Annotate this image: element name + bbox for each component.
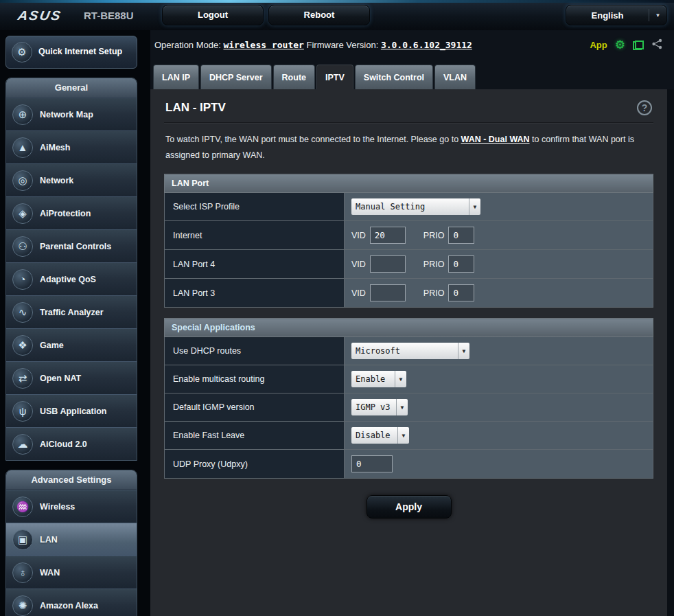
network-icon: ◎ xyxy=(12,170,33,191)
router-admin-screen: ASUS RT-BE88U Logout Reboot English ▼ ⚙ … xyxy=(0,0,674,616)
multicast-routing-value: Enable xyxy=(351,374,389,384)
sidebar-item-label: Amazon Alexa xyxy=(40,601,98,611)
igmp-version-label: Default IGMP version xyxy=(165,393,345,422)
sidebar-item-label: Open NAT xyxy=(40,374,81,383)
gear-icon[interactable]: ⚙ xyxy=(615,39,625,51)
apply-button[interactable]: Apply xyxy=(367,495,452,518)
internet-vid-input[interactable] xyxy=(370,227,406,244)
isp-profile-select[interactable]: Manual Setting ▼ xyxy=(351,198,480,215)
vid-label: VID xyxy=(351,231,366,240)
sidebar-item-lan[interactable]: ▣ LAN xyxy=(6,523,137,556)
sidebar-item-wireless[interactable]: ♒ Wireless xyxy=(6,490,137,523)
wireless-signal-icon: ♒ xyxy=(12,497,33,517)
lan-port4-vid-input[interactable] xyxy=(370,255,406,273)
udp-proxy-label: UDP Proxy (Udpxy) xyxy=(165,450,345,479)
sidebar-item-label: LAN xyxy=(40,535,58,545)
isp-profile-value: Manual Setting xyxy=(351,202,429,212)
tab-vlan[interactable]: VLAN xyxy=(434,65,476,89)
logout-button[interactable]: Logout xyxy=(162,5,264,25)
igmp-version-select[interactable]: IGMP v3 ▼ xyxy=(351,399,408,415)
sidebar-item-network-map[interactable]: ⊕ Network Map xyxy=(6,98,137,130)
table-row: Select ISP Profile Manual Setting ▼ xyxy=(165,193,653,221)
sidebar-item-aiprotection[interactable]: ◈ AiProtection xyxy=(6,196,137,229)
special-applications-table: Special Applications Use DHCP routes Mic… xyxy=(164,318,653,479)
sidebar-item-adaptive-qos[interactable]: ◔ Adaptive QoS xyxy=(6,262,137,295)
router-model: RT-BE88U xyxy=(84,10,134,21)
language-select[interactable]: English ▼ xyxy=(566,5,667,25)
sidebar-item-label: AiCloud 2.0 xyxy=(40,440,87,449)
table-row: Use DHCP routes Microsoft ▼ xyxy=(165,337,653,365)
sidebar-item-game[interactable]: ❖ Game xyxy=(6,328,137,361)
chevron-down-icon: ▼ xyxy=(469,198,480,215)
lan-port4-label: LAN Port 4 xyxy=(165,250,345,279)
sidebar-item-network[interactable]: ◎ Network xyxy=(6,163,137,196)
vid-label: VID xyxy=(351,260,366,269)
main-area: Operation Mode: wireless router Firmware… xyxy=(150,30,674,616)
alexa-icon: ✺ xyxy=(12,595,33,616)
tab-switch-control[interactable]: Switch Control xyxy=(355,65,433,89)
tab-dhcp-server[interactable]: DHCP Server xyxy=(200,65,272,89)
table-row: UDP Proxy (Udpxy) xyxy=(165,450,653,479)
help-icon[interactable]: ? xyxy=(637,100,652,115)
isp-profile-label: Select ISP Profile xyxy=(165,193,345,221)
open-nat-icon: ⇄ xyxy=(12,368,33,389)
reboot-button[interactable]: Reboot xyxy=(268,5,370,25)
status-info-bar: Operation Mode: wireless router Firmware… xyxy=(150,30,674,63)
parental-controls-icon: ⚇ xyxy=(12,236,33,257)
fast-leave-label: Enable Fast Leave xyxy=(165,422,345,450)
internet-prio-input[interactable] xyxy=(448,227,474,244)
tab-lan-ip[interactable]: LAN IP xyxy=(153,65,199,89)
tab-route[interactable]: Route xyxy=(273,65,315,89)
table-row: Enable Fast Leave Disable ▼ xyxy=(165,422,653,450)
sidebar-item-label: WAN xyxy=(40,568,60,578)
dhcp-routes-select[interactable]: Microsoft ▼ xyxy=(351,343,469,359)
fast-leave-value: Disable xyxy=(351,431,395,440)
sidebar-item-usb-application[interactable]: ψ USB Application xyxy=(6,394,137,427)
udp-proxy-input[interactable] xyxy=(351,455,393,472)
lan-port3-prio-input[interactable] xyxy=(448,284,474,301)
firmware-version-link[interactable]: 3.0.0.6.102_39112 xyxy=(381,40,472,50)
fast-leave-select[interactable]: Disable ▼ xyxy=(351,427,409,444)
lan-port4-prio-input[interactable] xyxy=(448,255,474,273)
sidebar-item-amazon-alexa[interactable]: ✺ Amazon Alexa xyxy=(6,589,137,616)
table-row: LAN Port 4 VIDPRIO xyxy=(165,250,653,279)
sidebar-item-label: Quick Internet Setup xyxy=(38,47,122,58)
lan-port3-vid-input[interactable] xyxy=(370,284,406,301)
chevron-down-icon: ▼ xyxy=(649,9,666,21)
prio-label: PRIO xyxy=(423,288,445,298)
network-map-icon: ⊕ xyxy=(12,104,33,125)
sidebar-item-aicloud[interactable]: ☁ AiCloud 2.0 xyxy=(6,427,137,460)
sidebar-item-label: Adaptive QoS xyxy=(40,275,96,284)
sidebar-group-advanced-settings: Advanced Settings ♒ Wireless ▣ LAN ♁ WAN… xyxy=(5,470,137,616)
table-row: Default IGMP version IGMP v3 ▼ xyxy=(165,393,653,422)
sidebar-group-general: General ⊕ Network Map ▲ AiMesh ◎ Network… xyxy=(5,78,137,461)
usb-icon: ψ xyxy=(12,401,33,422)
dhcp-routes-value: Microsoft xyxy=(351,346,404,356)
sidebar-item-wan[interactable]: ♁ WAN xyxy=(6,556,137,589)
dhcp-routes-label: Use DHCP routes xyxy=(165,337,345,365)
sidebar-item-aimesh[interactable]: ▲ AiMesh xyxy=(6,130,137,163)
share-icon[interactable] xyxy=(651,38,663,52)
aimesh-icon: ▲ xyxy=(12,137,33,158)
sidebar-item-label: Parental Controls xyxy=(40,242,111,251)
top-bar: ASUS RT-BE88U Logout Reboot English ▼ xyxy=(0,0,674,30)
chevron-down-icon: ▼ xyxy=(397,427,409,444)
sidebar-item-label: Network Map xyxy=(40,110,93,119)
app-link[interactable]: App xyxy=(590,40,607,50)
sidebar-item-traffic-analyzer[interactable]: ∿ Traffic Analyzer xyxy=(6,295,137,328)
sidebar-item-label: Network xyxy=(40,176,73,185)
multicast-routing-select[interactable]: Enable ▼ xyxy=(351,371,406,387)
firmware-version-label: Firmware Version: xyxy=(307,40,379,50)
lan-port-table-header: LAN Port xyxy=(165,174,653,193)
igmp-version-value: IGMP v3 xyxy=(351,402,395,412)
window-restore-icon[interactable] xyxy=(633,41,644,50)
sidebar-item-parental-controls[interactable]: ⚇ Parental Controls xyxy=(6,229,137,262)
traffic-analyzer-icon: ∿ xyxy=(12,302,33,323)
operation-mode-link[interactable]: wireless router xyxy=(223,40,303,50)
dual-wan-link[interactable]: WAN - Dual WAN xyxy=(461,135,530,144)
tab-iptv[interactable]: IPTV xyxy=(316,65,353,89)
sidebar-item-label: Traffic Analyzer xyxy=(40,308,104,317)
internet-label: Internet xyxy=(165,221,345,250)
sidebar-item-quick-internet-setup[interactable]: ⚙ Quick Internet Setup xyxy=(5,36,137,69)
sidebar-item-open-nat[interactable]: ⇄ Open NAT xyxy=(6,361,137,394)
